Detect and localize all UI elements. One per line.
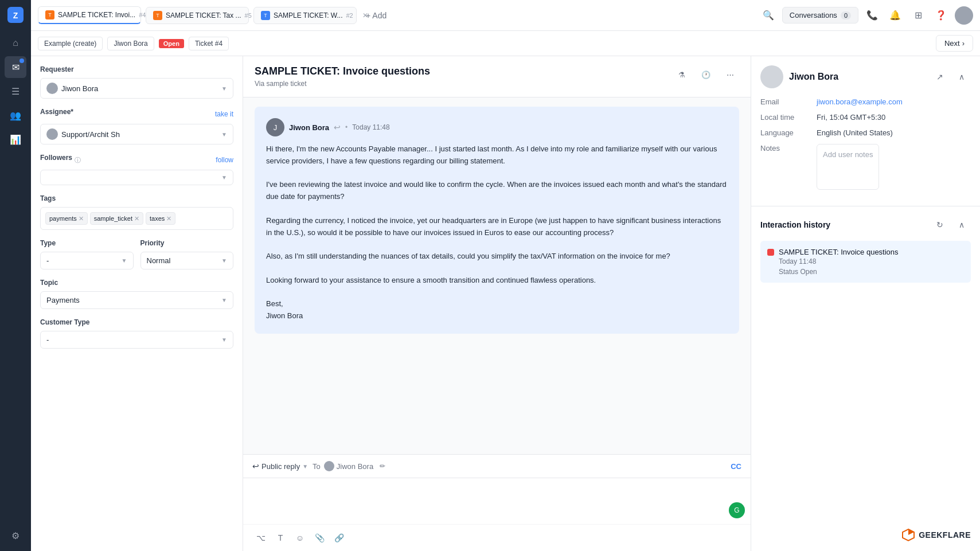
assignee-label: Assignee* (40, 108, 73, 116)
requester-select[interactable]: Jiwon Bora ▼ (40, 78, 233, 99)
code-toolbar-btn[interactable]: ⌥ (252, 529, 270, 546)
email-label: Email (760, 97, 812, 106)
tab-2-icon: T (153, 11, 162, 20)
message-sender: Jiwon Bora (289, 123, 329, 132)
phone-icon[interactable]: 📞 (863, 6, 881, 25)
tab-3-label: SAMPLE TICKET: W... (274, 11, 342, 19)
assignee-select[interactable]: Support/Archit Sh ▼ (40, 124, 233, 144)
tag-taxes: taxes ✕ (146, 212, 175, 225)
external-link-icon[interactable]: ↗ (931, 68, 949, 86)
sidebar-item-home[interactable]: ⌂ (5, 32, 26, 54)
reply-recipient: Jiwon Bora (324, 461, 373, 471)
collapse-interactions-icon[interactable]: ∧ (952, 216, 971, 234)
breadcrumb-ticket[interactable]: Ticket #4 (189, 37, 229, 50)
status-badge: Open (159, 39, 184, 48)
follow-link[interactable]: follow (216, 156, 233, 164)
next-arrow-icon: › (962, 39, 965, 48)
reply-arrow-left-icon: ↩ (252, 462, 259, 471)
interaction-status-label: Status (779, 268, 798, 276)
customer-type-group: Customer Type - ▼ (40, 318, 233, 349)
interaction-status-dot (767, 249, 774, 256)
topic-select[interactable]: Payments ▼ (40, 291, 233, 309)
history-icon[interactable]: 🕐 (697, 65, 715, 84)
notes-input[interactable]: Add user notes (817, 144, 879, 190)
footer-brand: GEEKFLARE (901, 528, 971, 542)
conversations-count: 0 (841, 11, 851, 19)
take-it-link[interactable]: take it (215, 110, 233, 118)
type-label: Type (40, 239, 134, 247)
ticket-header: SAMPLE TICKET: Invoice questions Via sam… (243, 56, 751, 97)
priority-select[interactable]: Normal ▼ (140, 252, 234, 269)
next-button[interactable]: Next › (936, 35, 973, 52)
notifications-icon[interactable]: 🔔 (886, 6, 904, 25)
notes-row: Notes Add user notes (760, 144, 971, 190)
filter-icon[interactable]: ⚗ (673, 65, 691, 84)
sidebar-item-customers[interactable]: 👥 (5, 104, 26, 126)
interaction-item[interactable]: SAMPLE TICKET: Invoice questions Today 1… (760, 241, 971, 283)
language-value: English (United States) (817, 128, 893, 137)
user-avatar-button[interactable] (955, 6, 973, 25)
tab-1[interactable]: T SAMPLE TICKET: Invoi... #4 ✕ (38, 6, 141, 24)
middle-panel: SAMPLE TICKET: Invoice questions Via sam… (243, 56, 751, 551)
tab-3-icon: T (261, 11, 270, 20)
collapse-user-panel-icon[interactable]: ∧ (952, 68, 971, 86)
right-panel: Jiwon Bora ↗ ∧ Email jiwon.bora@example.… (751, 56, 980, 551)
customer-type-select[interactable]: - ▼ (40, 331, 233, 349)
link-toolbar-btn[interactable]: 🔗 (330, 529, 348, 546)
geekflare-logo-icon (901, 528, 915, 542)
sidebar-item-settings[interactable]: ⚙ (5, 525, 26, 546)
grammarly-button[interactable]: G (729, 502, 745, 518)
add-tab-button[interactable]: + Add (361, 9, 391, 22)
apps-icon[interactable]: ⊞ (909, 6, 927, 25)
breadcrumb-example[interactable]: Example (create) (38, 37, 103, 50)
followers-select[interactable]: ▼ (40, 170, 233, 185)
sidebar-item-reports[interactable]: 📊 (5, 128, 26, 150)
tags-container[interactable]: payments ✕ sample_ticket ✕ taxes ✕ (40, 207, 233, 230)
tab-2[interactable]: T SAMPLE TICKET: Tax ... #5 ✕ (146, 7, 249, 24)
assignee-name: Support/Archit Sh (61, 130, 120, 139)
type-select[interactable]: - ▼ (40, 252, 134, 269)
format-toolbar-btn[interactable]: T (272, 529, 289, 546)
sidebar-item-inbox[interactable]: ✉ (5, 56, 26, 78)
tab-1-number: #4 (139, 11, 146, 18)
topic-chevron-icon: ▼ (221, 297, 227, 303)
cc-button[interactable]: CC (731, 462, 741, 471)
type-group: Type - ▼ (40, 239, 134, 269)
reply-mode-label: Public reply (261, 462, 300, 471)
ticket-title: SAMPLE TICKET: Invoice questions (255, 65, 430, 77)
priority-label: Priority (140, 239, 234, 247)
followers-label: Followers (40, 154, 72, 162)
help-icon[interactable]: ❓ (932, 6, 950, 25)
reply-body[interactable]: G (243, 478, 751, 524)
emoji-toolbar-btn[interactable]: ☺ (291, 529, 309, 546)
conversations-button[interactable]: Conversations 0 (782, 7, 858, 24)
tab-1-label: SAMPLE TICKET: Invoi... (58, 11, 135, 19)
search-button[interactable]: 🔍 (759, 6, 778, 25)
tags-group: Tags payments ✕ sample_ticket ✕ taxes ✕ (40, 194, 233, 230)
email-row: Email jiwon.bora@example.com (760, 97, 971, 106)
local-time-row: Local time Fri, 15:04 GMT+5:30 (760, 113, 971, 122)
priority-chevron-icon: ▼ (221, 257, 227, 264)
reply-mode-button[interactable]: ↩ Public reply ▼ (252, 462, 308, 471)
attach-toolbar-btn[interactable]: 📎 (311, 529, 328, 546)
refresh-interactions-icon[interactable]: ↻ (931, 216, 949, 234)
edit-recipient-icon[interactable]: ✏ (377, 460, 388, 472)
followers-group: Followers ⓘ follow ▼ (40, 154, 233, 185)
tab-3[interactable]: T SAMPLE TICKET: W... #2 ✕ (253, 7, 357, 24)
priority-group: Priority Normal ▼ (140, 239, 234, 269)
topic-label: Topic (40, 279, 233, 287)
interaction-name: SAMPLE TICKET: Invoice questions (779, 248, 899, 256)
topbar: T SAMPLE TICKET: Invoi... #4 ✕ T SAMPLE … (31, 0, 980, 31)
interaction-item-header: SAMPLE TICKET: Invoice questions Today 1… (767, 248, 964, 276)
more-options-icon[interactable]: ⋯ (721, 65, 739, 84)
tag-sample-ticket-remove[interactable]: ✕ (134, 215, 139, 222)
customer-type-label: Customer Type (40, 318, 233, 326)
app-logo[interactable]: Z (5, 5, 26, 25)
tag-payments-remove[interactable]: ✕ (79, 215, 84, 222)
tag-taxes-remove[interactable]: ✕ (166, 215, 171, 222)
geekflare-brand-text: GEEKFLARE (919, 530, 971, 540)
requester-name: Jiwon Bora (61, 84, 98, 93)
email-value[interactable]: jiwon.bora@example.com (817, 97, 903, 106)
sidebar-item-views[interactable]: ☰ (5, 80, 26, 102)
breadcrumb-jiwon[interactable]: Jiwon Bora (107, 37, 154, 50)
